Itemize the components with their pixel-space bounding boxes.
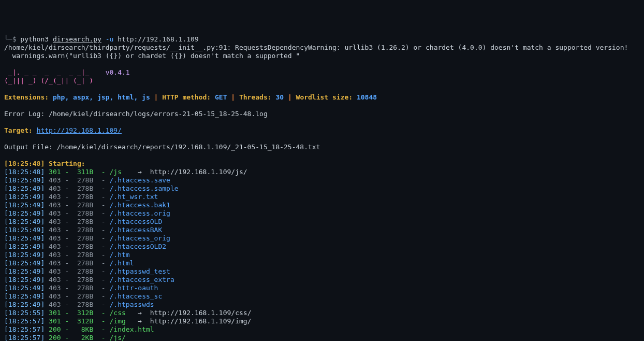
threads-label: Threads: bbox=[239, 93, 275, 101]
status-code: 200 bbox=[49, 334, 61, 341]
results-list: [18:25:48] 301 - 311B - /js → http://192… bbox=[4, 168, 640, 341]
result-timestamp: [18:25:49] bbox=[4, 276, 45, 283]
dash: - bbox=[61, 309, 73, 317]
result-path: /js bbox=[110, 168, 122, 176]
dash: - bbox=[93, 259, 109, 267]
dash: - bbox=[61, 193, 73, 201]
result-row: [18:25:49] 403 - 278B - /.htaccess_extra bbox=[4, 276, 174, 283]
result-path: /.htaccessOLD2 bbox=[110, 243, 167, 250]
status-code: 403 bbox=[49, 193, 61, 201]
result-timestamp: [18:25:49] bbox=[4, 234, 45, 242]
output-file-value: /home/kiel/dirsearch/reports/192.168.1.1… bbox=[57, 143, 320, 151]
result-row: [18:25:49] 403 - 278B - /.htaccess.save bbox=[4, 176, 170, 184]
result-timestamp: [18:25:57] bbox=[4, 317, 45, 325]
result-timestamp: [18:25:48] bbox=[4, 168, 45, 176]
response-size: 278B bbox=[73, 234, 93, 242]
result-timestamp: [18:25:57] bbox=[4, 334, 45, 341]
response-size: 312B bbox=[73, 309, 93, 317]
redirect-url: http://192.168.1.109/img/ bbox=[150, 317, 252, 325]
dash: - bbox=[61, 176, 73, 184]
result-path: /.htaccessOLD bbox=[110, 218, 163, 225]
result-timestamp: [18:25:57] bbox=[4, 325, 45, 333]
status-code: 403 bbox=[49, 292, 61, 300]
status-code: 403 bbox=[49, 276, 61, 283]
response-size: 8KB bbox=[73, 325, 93, 333]
result-path: /css bbox=[110, 309, 126, 317]
separator: | bbox=[284, 93, 296, 101]
terminal-output: └─$ python3 dirsearch.py -u http://192.1… bbox=[4, 35, 640, 341]
dash: - bbox=[93, 284, 109, 292]
dash: - bbox=[93, 267, 109, 275]
extensions-value: php, aspx, jsp, html, js bbox=[53, 93, 150, 101]
result-row: [18:25:57] 200 - 8KB - /index.html bbox=[4, 325, 154, 333]
result-row: [18:25:49] 403 - 278B - /.ht_wsr.txt bbox=[4, 193, 158, 201]
result-path: /.ht_wsr.txt bbox=[110, 193, 158, 201]
result-row: [18:25:48] 301 - 311B - /js → http://192… bbox=[4, 168, 247, 176]
status-code: 403 bbox=[49, 218, 61, 225]
dash: - bbox=[61, 284, 73, 292]
result-path: /.html bbox=[110, 259, 134, 267]
result-path: /.htaccess.bak1 bbox=[110, 201, 170, 209]
target-label: Target: bbox=[4, 126, 37, 134]
dash: - bbox=[93, 218, 109, 225]
result-path: /.htaccessBAK bbox=[110, 226, 163, 234]
dash: - bbox=[93, 226, 109, 234]
error-log-value: /home/kiel/dirsearch/logs/errors-21-05-1… bbox=[49, 110, 268, 118]
result-row: [18:25:49] 403 - 278B - /.httr-oauth bbox=[4, 284, 158, 292]
status-code: 403 bbox=[49, 267, 61, 275]
warning-line-1: /home/kiel/dirsearch/thirdparty/requests… bbox=[4, 44, 628, 51]
result-row: [18:25:49] 403 - 278B - /.htaccess_orig bbox=[4, 234, 170, 242]
status-code: 403 bbox=[49, 301, 61, 308]
error-log-label: Error Log: bbox=[4, 110, 49, 118]
status-code: 403 bbox=[49, 201, 61, 209]
result-row: [18:25:49] 403 - 278B - /.htaccess_sc bbox=[4, 292, 162, 300]
result-path: /.htaccess_extra bbox=[110, 276, 174, 283]
response-size: 2KB bbox=[73, 334, 93, 341]
status-code: 403 bbox=[49, 184, 61, 192]
result-timestamp: [18:25:49] bbox=[4, 218, 45, 225]
threads-value: 30 bbox=[275, 93, 284, 101]
result-row: [18:25:49] 403 - 278B - /.htm bbox=[4, 251, 130, 259]
target-url[interactable]: http://192.168.1.109/ bbox=[37, 126, 122, 134]
result-timestamp: [18:25:49] bbox=[4, 193, 45, 201]
result-timestamp: [18:25:49] bbox=[4, 243, 45, 250]
arrow-icon: → bbox=[126, 309, 150, 317]
separator: | bbox=[150, 93, 162, 101]
dash: - bbox=[61, 292, 73, 300]
dash: - bbox=[61, 168, 73, 176]
dash: - bbox=[61, 218, 73, 225]
dash: - bbox=[93, 309, 109, 317]
result-row: [18:25:49] 403 - 278B - /.htaccess.sampl… bbox=[4, 184, 179, 192]
result-path: /.htaccess.save bbox=[110, 176, 170, 184]
status-code: 200 bbox=[49, 325, 61, 333]
status-code: 403 bbox=[49, 251, 61, 259]
redirect-url: http://192.168.1.109/css/ bbox=[150, 309, 252, 317]
result-path: /.htm bbox=[110, 251, 130, 259]
http-method-value: GET bbox=[215, 93, 227, 101]
response-size: 278B bbox=[73, 284, 93, 292]
result-timestamp: [18:25:49] bbox=[4, 226, 45, 234]
warning-line-2: warnings.warn("urllib3 ({}) or chardet (… bbox=[4, 52, 300, 60]
result-path: /.htpasswds bbox=[110, 301, 154, 308]
dash: - bbox=[61, 276, 73, 283]
dash: - bbox=[61, 226, 73, 234]
separator: | bbox=[227, 93, 239, 101]
dash: - bbox=[61, 301, 73, 308]
response-size: 278B bbox=[73, 292, 93, 300]
dash: - bbox=[61, 267, 73, 275]
status-code: 301 bbox=[49, 317, 61, 325]
dash: - bbox=[93, 276, 109, 283]
cmd-script: dirsearch.py bbox=[53, 35, 101, 43]
dash: - bbox=[93, 325, 109, 333]
dash: - bbox=[93, 317, 109, 325]
status-code: 403 bbox=[49, 176, 61, 184]
result-timestamp: [18:25:49] bbox=[4, 301, 45, 308]
response-size: 278B bbox=[73, 243, 93, 250]
response-size: 278B bbox=[73, 301, 93, 308]
dash: - bbox=[93, 168, 109, 176]
result-path: /.htaccess_sc bbox=[110, 292, 163, 300]
dash: - bbox=[93, 201, 109, 209]
result-timestamp: [18:25:49] bbox=[4, 184, 45, 192]
result-path: /index.html bbox=[110, 325, 154, 333]
logo-line-1: _|. _ _ _ _ _ _|_ bbox=[4, 68, 106, 76]
